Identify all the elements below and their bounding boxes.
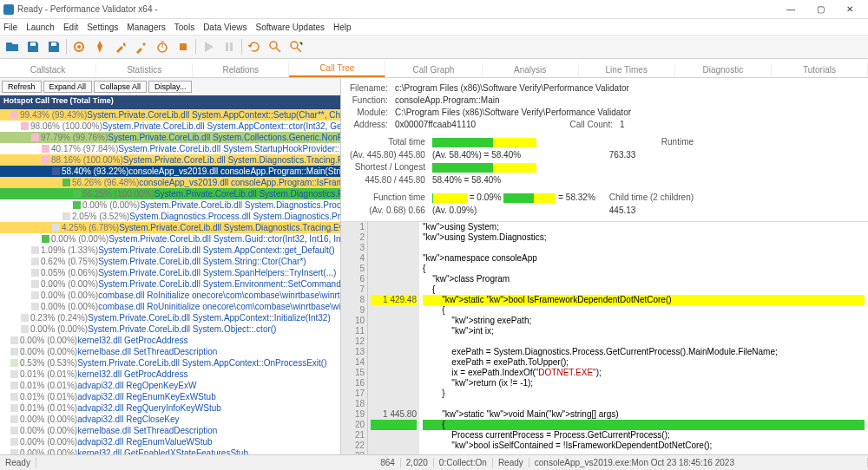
wrench-icon[interactable] bbox=[112, 38, 129, 55]
save2-icon[interactable] bbox=[45, 38, 62, 55]
tree-row[interactable]: 0.01% (0.01%) advapi32.dll RegEnumKeyExW… bbox=[0, 391, 340, 402]
tree-row[interactable]: 0.53% (0.53%) System.Private.CoreLib.dll… bbox=[0, 357, 340, 369]
menu-managers[interactable]: Managers bbox=[127, 23, 165, 32]
expand-all-button[interactable]: Expand All bbox=[43, 81, 93, 93]
tree-row[interactable]: 0.01% (0.01%) advapi32.dll RegOpenKeyExW bbox=[0, 380, 340, 391]
rocket-icon[interactable] bbox=[91, 38, 108, 55]
status-ready: Ready bbox=[0, 458, 36, 467]
tab-callstack[interactable]: Callstack bbox=[0, 62, 96, 77]
main-tabs: CallstackStatisticsRelationsCall TreeCal… bbox=[0, 59, 868, 78]
tree-row[interactable]: 0.00% (0.00%) advapi32.dll RegCloseKey bbox=[0, 414, 340, 425]
tree-row[interactable]: 4.25% (6.78%) System.Private.CoreLib.dll… bbox=[0, 222, 340, 233]
line-gutter: 1234567891011121314151617181920212223242… bbox=[341, 222, 367, 454]
tree-row[interactable]: 0.62% (0.75%) System.Private.CoreLib.dll… bbox=[0, 256, 340, 267]
menu-launch[interactable]: Launch bbox=[26, 23, 55, 32]
inject-icon[interactable] bbox=[133, 38, 150, 55]
tree-row[interactable]: 88.16% (100.00%) System.Private.CoreLib.… bbox=[0, 154, 340, 166]
tree-row[interactable]: 40.17% (97.84%) System.Private.CoreLib.d… bbox=[0, 143, 340, 154]
tree-row[interactable]: 0.00% (0.00%) System.Private.CoreLib.dll… bbox=[0, 278, 340, 290]
tree-row[interactable]: 0.00% (0.00%) kernelbase.dll SetThreadDe… bbox=[0, 346, 340, 357]
code-view[interactable]: 1234567891011121314151617181920212223242… bbox=[341, 221, 868, 454]
tab-diagnostic[interactable]: Diagnostic bbox=[675, 62, 772, 77]
tab-call-graph[interactable]: Call Graph bbox=[385, 62, 482, 77]
menu-tools[interactable]: Tools bbox=[174, 23, 194, 32]
tree-row[interactable]: 0.00% (0.00%) kernelbase.dll SetThreadDe… bbox=[0, 425, 340, 436]
tab-call-tree[interactable]: Call Tree bbox=[289, 61, 385, 77]
svg-rect-1 bbox=[51, 42, 56, 46]
menubar: FileLaunchEditSettingsManagersToolsData … bbox=[0, 19, 868, 35]
tab-line-times[interactable]: Line Times bbox=[579, 62, 675, 77]
tab-analysis[interactable]: Analysis bbox=[483, 62, 579, 77]
open-icon[interactable] bbox=[3, 38, 21, 55]
svg-rect-0 bbox=[30, 42, 36, 46]
tree-row[interactable]: 0.00% (0.00%) System.Private.CoreLib.dll… bbox=[0, 233, 340, 245]
gear-icon[interactable] bbox=[70, 38, 88, 55]
tree-row[interactable]: 0.00% (0.00%) combase.dll RoInitialize o… bbox=[0, 290, 340, 301]
tree-row[interactable]: 56.26% (96.48%) consoleApp_vs2019.dll co… bbox=[0, 177, 340, 188]
menu-settings[interactable]: Settings bbox=[87, 23, 118, 32]
left-panel: Refresh Expand All Collapse All Display.… bbox=[0, 78, 341, 454]
save-icon[interactable] bbox=[24, 38, 42, 55]
window-title: Ready - Performance Validator x64 - bbox=[17, 4, 158, 14]
tree-row[interactable]: 98.06% (100.00%) System.Private.CoreLib.… bbox=[0, 121, 340, 132]
right-panel: Filename:c:\Program Files (x86)\Software… bbox=[341, 78, 868, 454]
filter-icon[interactable] bbox=[287, 38, 305, 55]
collapse-all-button[interactable]: Collapse All bbox=[94, 81, 147, 93]
call-tree[interactable]: 99.43% (99.43%) System.Private.CoreLib.d… bbox=[0, 109, 340, 454]
menu-edit[interactable]: Edit bbox=[63, 23, 78, 32]
tree-row[interactable]: 0.23% (0.24%) System.Private.CoreLib.dll… bbox=[0, 312, 340, 323]
svg-point-9 bbox=[291, 42, 298, 49]
tree-row[interactable]: 1.09% (1.33%) System.Private.CoreLib.dll… bbox=[0, 245, 340, 256]
address-value: 0x00007ffcaab41110 bbox=[395, 120, 537, 130]
menu-data-views[interactable]: Data Views bbox=[203, 23, 247, 32]
source-code: "kw">using System;"kw">using System.Diag… bbox=[419, 222, 868, 454]
tree-row[interactable]: 99.43% (99.43%) System.Private.CoreLib.d… bbox=[0, 109, 340, 121]
svg-point-8 bbox=[270, 42, 277, 49]
tree-row[interactable]: 0.00% (0.00%) advapi32.dll RegEnumValueW… bbox=[0, 436, 340, 447]
tree-row[interactable]: 58.40% (93.22%) consoleApp_vs2019.dll co… bbox=[0, 166, 340, 177]
search-icon[interactable] bbox=[266, 38, 284, 55]
svg-rect-5 bbox=[180, 43, 187, 50]
menu-file[interactable]: File bbox=[3, 23, 17, 32]
refresh-icon[interactable] bbox=[246, 38, 263, 55]
svg-point-3 bbox=[77, 45, 81, 49]
app-icon bbox=[3, 4, 14, 15]
time-gutter: 1 429.48 1 445.80 bbox=[367, 222, 419, 454]
play-icon[interactable] bbox=[200, 38, 217, 55]
function-value: consoleApp.Program::Main bbox=[395, 95, 636, 106]
tree-row[interactable]: 0.00% (0.00%) System.Private.CoreLib.dll… bbox=[0, 199, 340, 211]
menu-help[interactable]: Help bbox=[333, 23, 352, 32]
tree-header: Hotspot Call Tree (Total Time) bbox=[0, 95, 340, 109]
timer-icon[interactable] bbox=[154, 38, 171, 55]
module-value: C:\Program Files (x86)\Software Verify\P… bbox=[395, 108, 636, 118]
menu-software-updates[interactable]: Software Updates bbox=[256, 23, 326, 32]
svg-rect-6 bbox=[226, 42, 228, 51]
tree-row[interactable]: 56.25% (100.00%) System.Private.CoreLib.… bbox=[0, 188, 340, 199]
minimize-button[interactable]: — bbox=[776, 1, 806, 18]
tab-statistics[interactable]: Statistics bbox=[96, 62, 193, 77]
close-button[interactable]: ✕ bbox=[835, 1, 865, 18]
statusbar: Ready 864 2,020 0:Collect:On Ready conso… bbox=[0, 454, 868, 470]
display-button[interactable]: Display... bbox=[148, 81, 192, 93]
tab-tutorials[interactable]: Tutorials bbox=[772, 62, 868, 77]
tree-row[interactable]: 0.00% (0.00%) kernel32.dll GetProcAddres… bbox=[0, 335, 340, 346]
maximize-button[interactable]: ▢ bbox=[806, 1, 835, 18]
refresh-button[interactable]: Refresh bbox=[2, 81, 42, 93]
tree-row[interactable]: 97.79% (99.76%) System.Private.CoreLib.d… bbox=[0, 132, 340, 143]
tab-relations[interactable]: Relations bbox=[193, 62, 289, 77]
tree-row[interactable]: 0.00% (0.00%) System.Private.CoreLib.dll… bbox=[0, 323, 340, 335]
tree-row[interactable]: 0.01% (0.01%) advapi32.dll RegQueryInfoK… bbox=[0, 402, 340, 414]
filename-value: c:\Program Files (x86)\Software Verify\P… bbox=[395, 83, 636, 94]
tree-row[interactable]: 0.05% (0.06%) System.Private.CoreLib.dll… bbox=[0, 267, 340, 278]
svg-rect-7 bbox=[230, 42, 233, 51]
tree-row[interactable]: 2.05% (3.52%) System.Diagnostics.Process… bbox=[0, 211, 340, 222]
tree-row[interactable]: 0.01% (0.01%) kernel32.dll GetProcAddres… bbox=[0, 369, 340, 380]
stop-icon[interactable] bbox=[174, 38, 192, 55]
tree-row[interactable]: 0.00% (0.00%) kernel32.dll GetEnabledXSt… bbox=[0, 447, 340, 454]
titlebar: Ready - Performance Validator x64 - — ▢ … bbox=[0, 0, 868, 19]
tree-row[interactable]: 0.00% (0.00%) combase.dll RoUninitialize… bbox=[0, 301, 340, 312]
pause-icon[interactable] bbox=[220, 38, 238, 55]
info-panel: Filename:c:\Program Files (x86)\Software… bbox=[341, 78, 868, 221]
toolbar bbox=[0, 35, 868, 59]
